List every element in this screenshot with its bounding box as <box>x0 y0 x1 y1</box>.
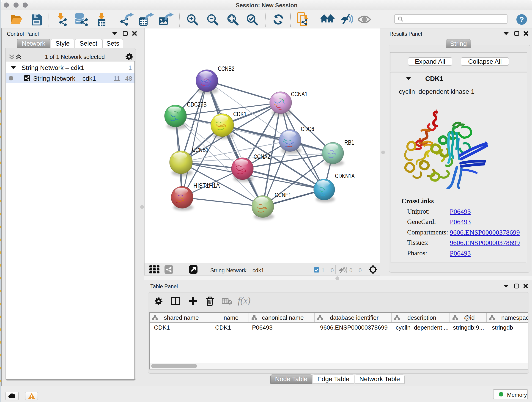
svg-text:RB1: RB1 <box>344 139 354 146</box>
svg-text:CDC25B: CDC25B <box>187 101 207 108</box>
svg-text:CCNB2: CCNB2 <box>218 65 234 72</box>
svg-text:HIST1H1A: HIST1H1A <box>193 182 220 189</box>
svg-text:CDC6: CDC6 <box>301 126 314 133</box>
svg-text:CCNB1: CCNB1 <box>192 147 209 153</box>
svg-text:CCNA1: CCNA1 <box>291 91 307 98</box>
svg-text:CDKN1A: CDKN1A <box>335 172 355 179</box>
svg-text:CCNE1: CCNE1 <box>275 191 291 198</box>
svg-text:CDK1: CDK1 <box>233 111 247 118</box>
svg-text:CCNA2: CCNA2 <box>254 153 270 160</box>
